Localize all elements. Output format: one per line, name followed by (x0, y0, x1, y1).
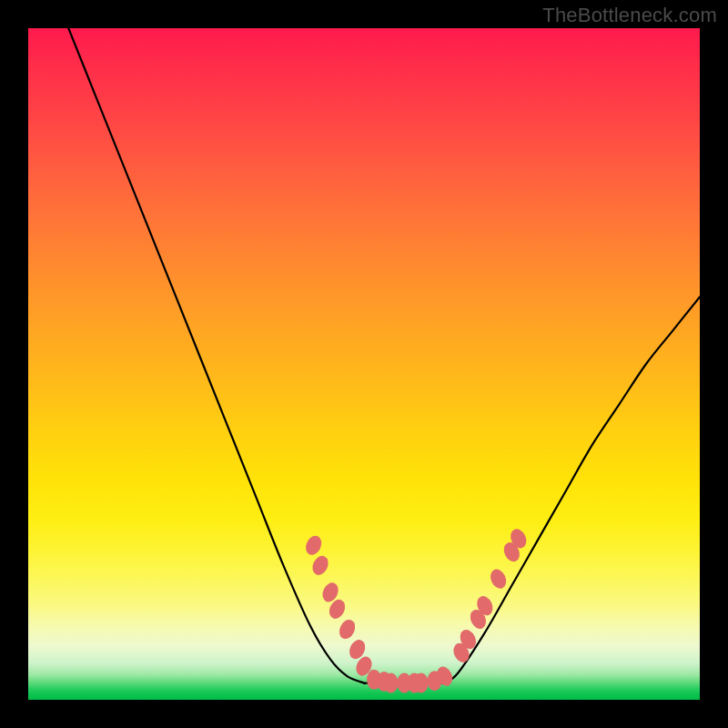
data-marker (337, 617, 359, 642)
data-marker (414, 673, 429, 693)
data-marker (384, 673, 399, 693)
bottleneck-curve (68, 28, 700, 683)
data-marker (303, 533, 325, 558)
chart-frame: TheBottleneck.com (0, 0, 728, 728)
plot-area (28, 28, 700, 700)
chart-svg (28, 28, 700, 700)
data-marker (309, 553, 331, 578)
watermark-text: TheBottleneck.com (542, 4, 717, 27)
data-marker (488, 567, 510, 592)
